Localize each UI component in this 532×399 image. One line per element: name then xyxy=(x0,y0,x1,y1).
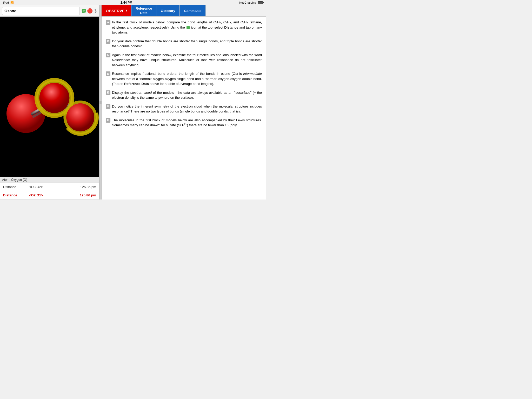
content-block-e: E Display the electron cloud of the mode… xyxy=(106,90,262,100)
device-label: iPad xyxy=(3,1,9,4)
content-block-g: G The molecules in the first block of mo… xyxy=(106,118,262,128)
wifi-icon: 📶 xyxy=(10,1,14,4)
content-block-b: B Do your data confirm that double bonds… xyxy=(106,39,262,49)
content-block-c: C Again in the first block of models bel… xyxy=(106,52,262,68)
block-letter-a: A xyxy=(106,20,110,25)
toolbar-icons: ✏ 🔴 ❯ xyxy=(82,8,97,14)
title-bar: ✏ 🔴 ❯ xyxy=(0,5,99,17)
right-panel: OBSERVE ! ReferenceData Glossary Comment… xyxy=(102,5,266,200)
block-letter-d: D xyxy=(106,71,110,76)
forward-arrow-icon[interactable]: ❯ xyxy=(94,8,97,13)
status-left: iPad 📶 xyxy=(3,1,14,4)
block-letter-g: G xyxy=(106,118,110,123)
row2-value: 125.86 pm xyxy=(61,191,99,200)
molecule-svg xyxy=(0,17,99,177)
block-letter-b: B xyxy=(106,39,110,44)
data-table: Distance <O3,O2> 125.86 pm Distance <O2,… xyxy=(0,183,99,200)
content-block-a: A In the first block of models below, co… xyxy=(106,20,262,35)
pencil-badge[interactable]: ✏ xyxy=(82,9,86,13)
content-block-d: D Resonance implies fractional bond orde… xyxy=(106,71,262,87)
block-text-c: Again in the first block of models below… xyxy=(112,52,262,68)
block-text-a: In the first block of models below, comp… xyxy=(112,20,262,35)
svg-point-13 xyxy=(66,103,94,131)
status-bar: iPad 📶 2:44 PM Not Charging xyxy=(0,0,266,5)
tab-comments[interactable]: Comments xyxy=(180,5,206,16)
block-text-g: The molecules in the first block of mode… xyxy=(112,118,262,128)
block-letter-f: F xyxy=(106,104,110,109)
block-text-f: Do you notice the inherent symmetry of t… xyxy=(112,104,262,114)
atom-label: Atom: Oxygen (O) xyxy=(0,177,99,183)
block-text-e: Display the electron cloud of the models… xyxy=(112,90,262,100)
content-area[interactable]: A In the first block of models below, co… xyxy=(102,17,266,200)
block-letter-e: E xyxy=(106,90,110,95)
block-letter-c: C xyxy=(106,53,110,57)
svg-point-11 xyxy=(39,83,70,113)
row2-atoms: <O2,O1> xyxy=(26,191,61,200)
tab-observe[interactable]: OBSERVE ! xyxy=(102,5,131,16)
molecule-viewer[interactable] xyxy=(0,17,99,177)
battery-icon xyxy=(258,1,263,4)
pencil-tool-icon xyxy=(187,26,190,29)
content-block-f: F Do you notice the inherent symmetry of… xyxy=(106,104,262,114)
molecule-model-icon: 🔴 xyxy=(87,8,93,14)
row1-label: Distance xyxy=(0,183,26,191)
panel-divider[interactable]: ||| xyxy=(99,5,102,200)
main-container: ✏ 🔴 ❯ xyxy=(0,5,266,200)
clock: 2:44 PM xyxy=(121,1,132,4)
table-row: Distance <O3,O2> 125.86 pm xyxy=(0,183,99,191)
table-row-highlight: Distance <O2,O1> 125.86 pm xyxy=(0,191,99,200)
tab-glossary[interactable]: Glossary xyxy=(156,5,180,16)
tab-reference-data[interactable]: ReferenceData xyxy=(131,5,156,16)
row1-atoms: <O3,O2> xyxy=(26,183,61,191)
block-text-d: Resonance implies fractional bond orders… xyxy=(112,71,262,87)
molecule-name-input[interactable] xyxy=(2,7,80,15)
tab-bar: OBSERVE ! ReferenceData Glossary Comment… xyxy=(102,5,266,17)
block-text-b: Do your data confirm that double bonds a… xyxy=(112,39,262,49)
row2-label: Distance xyxy=(0,191,26,200)
status-right: Not Charging xyxy=(239,1,263,4)
row1-value: 125.86 pm xyxy=(61,183,99,191)
charging-label: Not Charging xyxy=(239,1,256,4)
left-panel: ✏ 🔴 ❯ xyxy=(0,5,99,200)
